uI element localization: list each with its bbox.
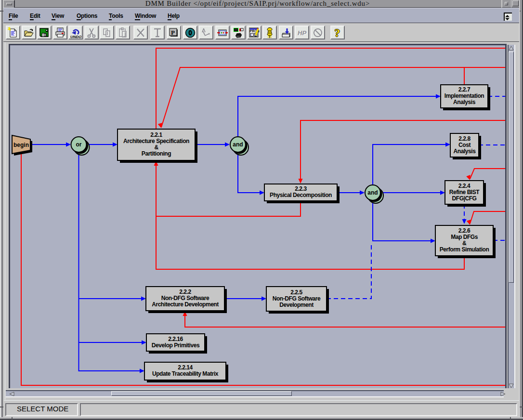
- svg-text:and: and: [233, 141, 243, 148]
- svg-text:UNDO: UNDO: [70, 35, 81, 39]
- svg-text:&: &: [462, 240, 467, 247]
- svg-text:Architecture Development: Architecture Development: [152, 301, 219, 308]
- svg-text:Refine BIST: Refine BIST: [449, 189, 480, 196]
- svg-text:2.2.3: 2.2.3: [295, 185, 307, 192]
- svg-text:Update Traceability Matrix: Update Traceability Matrix: [152, 370, 219, 377]
- svg-text:P: P: [171, 29, 175, 36]
- svg-text:or: or: [76, 141, 82, 148]
- svg-text:2.2.7: 2.2.7: [458, 86, 471, 93]
- svg-text:and: and: [367, 189, 378, 196]
- svg-text:Perform Simulation: Perform Simulation: [440, 246, 489, 253]
- svg-text:Map DFGs: Map DFGs: [451, 234, 478, 240]
- svg-text:Develop Primitives: Develop Primitives: [152, 342, 200, 349]
- svg-text:HP: HP: [298, 29, 306, 37]
- svg-text:Architecture Specification: Architecture Specification: [123, 138, 189, 144]
- svg-text:Non-DFG Software: Non-DFG Software: [273, 295, 321, 302]
- svg-text:Analysis: Analysis: [454, 148, 476, 155]
- svg-text:2.2.6: 2.2.6: [458, 227, 471, 234]
- svg-text:2.2.8: 2.2.8: [458, 135, 471, 142]
- svg-text:begin: begin: [13, 142, 29, 148]
- svg-text:2.2.4: 2.2.4: [458, 183, 471, 189]
- svg-text:?: ?: [335, 27, 340, 39]
- svg-text:2.2.16: 2.2.16: [168, 336, 183, 342]
- svg-text:Implementation: Implementation: [445, 92, 484, 99]
- svg-text:Partitioning: Partitioning: [142, 150, 171, 157]
- svg-text:Cost: Cost: [458, 142, 471, 148]
- svg-text:2.2.1: 2.2.1: [150, 131, 162, 138]
- svg-text:2.2.5: 2.2.5: [290, 289, 302, 296]
- svg-text:&: &: [154, 144, 158, 151]
- svg-text:DFG|CFG: DFG|CFG: [452, 195, 477, 202]
- svg-text:Non-DFG Software: Non-DFG Software: [161, 295, 209, 302]
- svg-text:Development: Development: [279, 302, 314, 308]
- svg-text:2.2.14: 2.2.14: [178, 364, 193, 371]
- svg-text:Physical Decomposition: Physical Decomposition: [270, 192, 332, 198]
- svg-text:Analysis: Analysis: [453, 99, 476, 105]
- svg-text:2.2.2: 2.2.2: [179, 289, 191, 295]
